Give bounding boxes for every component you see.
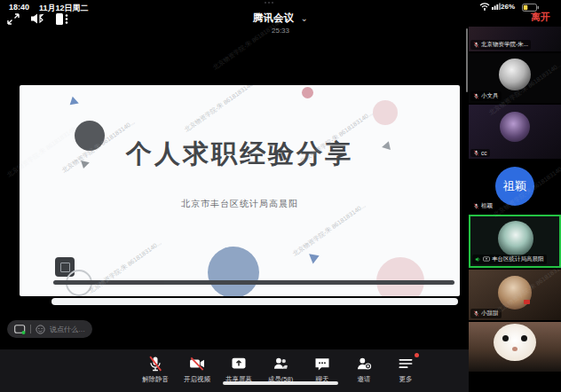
participant-name-tag: cc — [470, 149, 490, 157]
deco-circle — [208, 247, 259, 296]
start-video-button[interactable]: 开启视频 — [182, 355, 212, 384]
invite-icon — [355, 355, 373, 372]
shared-screen-slide[interactable]: 个人求职经验分享 北京市丰台区统计局高晨阳 北京物资学院-朱 861818314… — [20, 85, 460, 296]
tencent-meeting-window: 18:40 11月12日周二 腾讯会议 ⌄ 25:33 26% 离开 — [0, 0, 561, 392]
meeting-timer: 25:33 — [192, 27, 369, 35]
flag-detail — [524, 300, 530, 304]
mic-muted-icon — [473, 150, 479, 156]
home-indicator[interactable] — [223, 381, 338, 385]
speaking-volume-icon — [475, 256, 481, 263]
deco-circle — [302, 87, 313, 98]
cellular-signal-icon — [492, 3, 501, 10]
members-icon — [272, 355, 289, 372]
share-screen-button[interactable]: 共享屏幕 — [224, 355, 254, 384]
participant-name-tag: 北京物资学院-朱... — [470, 40, 531, 50]
participant-name-tag: 小文具 — [470, 91, 502, 101]
participant-name-tag: 祖颖 — [470, 201, 495, 211]
emoji-smiley-icon[interactable] — [36, 325, 45, 334]
avatar — [494, 324, 536, 361]
audio-output-icon[interactable] — [30, 12, 44, 25]
participant-tile-active-speaker[interactable]: 丰台区统计局高晨阳 — [469, 215, 561, 268]
participant-tile[interactable]: 小文具 — [469, 53, 561, 103]
screen-sharing-icon — [483, 256, 490, 263]
chat-button[interactable]: 聊天 — [307, 355, 337, 384]
camera-housing-dots — [265, 2, 273, 4]
avatar — [498, 276, 532, 310]
chat-icon — [313, 355, 331, 372]
meeting-header[interactable]: 腾讯会议 ⌄ 25:33 — [192, 9, 369, 35]
leave-meeting-button[interactable]: 离开 — [531, 11, 550, 24]
sidebar-scrollbar[interactable] — [466, 28, 468, 92]
participant-tile[interactable]: 北京物资学院-朱... — [469, 27, 561, 51]
divider — [30, 325, 31, 333]
avatar — [499, 59, 531, 90]
participant-name-tag: 丰台区统计局高晨阳 — [472, 255, 547, 264]
watermark: 北京物资学院-朱 8618183140... — [183, 85, 259, 134]
camera-muted-icon — [188, 355, 206, 372]
more-button[interactable]: 更多 — [391, 355, 421, 384]
mic-muted-icon — [473, 42, 479, 48]
slide-title: 个人求职经验分享 — [20, 137, 460, 172]
notification-badge — [415, 353, 419, 357]
next-slide-edge — [51, 298, 458, 305]
unmute-button[interactable]: 解除静音 — [140, 355, 170, 384]
battery-percent: 26% — [501, 3, 515, 11]
members-button[interactable]: 成员(58) — [265, 355, 296, 384]
participant-tile[interactable]: cc — [469, 105, 561, 159]
caption-bar[interactable]: 说点什么… — [7, 320, 92, 338]
deco-circle — [373, 100, 398, 125]
clock: 18:40 — [9, 3, 29, 12]
more-icon — [397, 355, 415, 372]
mic-muted-icon — [473, 310, 479, 317]
deco-triangle — [70, 97, 81, 107]
mic-muted-icon — [146, 355, 164, 372]
share-screen-icon — [230, 355, 248, 372]
avatar — [500, 112, 530, 142]
avatar — [498, 221, 533, 256]
participant-tile[interactable]: 祖颖 祖颖 — [469, 161, 561, 213]
invite-button[interactable]: 邀请 — [349, 355, 379, 384]
slide-subtitle: 北京市丰台区统计局高晨阳 — [20, 198, 460, 210]
meeting-title[interactable]: 腾讯会议 — [253, 12, 294, 23]
mic-muted-icon — [473, 203, 479, 209]
participants-strip: 北京物资学院-朱... 小文具 cc — [469, 27, 561, 392]
minimize-window-icon[interactable] — [7, 13, 20, 25]
chevron-down-icon[interactable]: ⌄ — [301, 13, 308, 23]
wifi-icon — [479, 3, 490, 11]
watermark: 北京物资学院-朱 8618183140... — [87, 239, 163, 295]
deco-triangle — [309, 251, 321, 264]
deco-circle — [376, 257, 424, 296]
participant-name-tag: 小甜甜 — [470, 309, 502, 318]
deco-bar — [53, 280, 454, 285]
captions-icon[interactable] — [14, 325, 26, 334]
avatar-initials: 祖颖 — [495, 167, 534, 206]
caption-placeholder[interactable]: 说点什么… — [50, 325, 85, 334]
mic-muted-icon — [473, 93, 479, 99]
layout-view-icon[interactable] — [55, 12, 69, 26]
participant-tile[interactable] — [469, 322, 561, 372]
participant-tile[interactable]: 小甜甜 — [469, 270, 561, 320]
